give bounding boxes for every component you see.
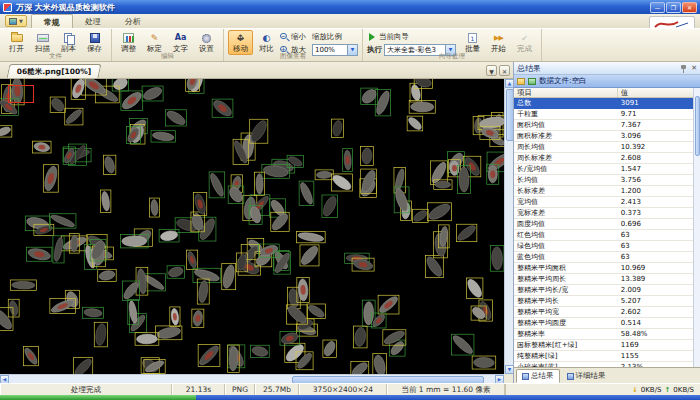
play-icon [367,31,377,43]
row-item-label: 总数 [514,98,618,108]
quick-access-button[interactable]: ▼ [5,15,27,27]
current-wizard-label: 当前向导 [379,32,409,42]
table-row[interactable]: 整精米平均面积10.969 [514,263,693,274]
row-item-label: 面积均值 [514,120,618,130]
network-status: ↓ 0KB/S ↑ 0KB/S [505,384,700,395]
tab-process[interactable]: 处理 [73,14,113,28]
table-row[interactable]: 整精米平均圆度0.514 [514,318,693,329]
open-folder-icon [10,32,24,44]
results-close-icon[interactable]: ✕ [691,64,697,72]
table-row[interactable]: 千粒重9.71 [514,109,693,120]
column-header-item: 项目 [514,88,618,97]
results-scrollbar[interactable] [693,88,700,367]
table-row[interactable]: 整精米平均宽2.602 [514,307,693,318]
tab-detailed-results[interactable]: 详细结果 [561,369,612,383]
upload-speed: 0KB/S [673,386,694,394]
table-row[interactable]: 纯整精米[绿]1155 [514,351,693,362]
row-item-label: 整精米平均长 [514,296,618,306]
selection-marker [8,85,34,103]
batch-sheet-icon: 1 [466,32,480,44]
row-item-value: 63 [618,253,693,261]
tab-analyze[interactable]: 分析 [113,14,153,28]
row-item-value: 10.969 [618,264,693,272]
row-item-label: 面积标准差 [514,131,618,141]
ribbon-tab-row: ▼ 常规 处理 分析 [0,14,700,28]
image-tab[interactable]: 06糙米.png[100%] [7,64,102,78]
zoom-ratio-label: 缩放比例 [312,32,342,42]
tab-total-results[interactable]: 总结果 [516,369,560,383]
start-icon: ▶▶ [492,32,506,44]
open-data-icon[interactable] [517,78,525,85]
row-item-value: 3.756 [618,176,693,184]
table-row[interactable]: 圆度均值0.696 [514,219,693,230]
rice-image-canvas[interactable] [0,79,504,374]
row-item-label: 千粒重 [514,109,618,119]
table-row[interactable]: 整精米率58.48% [514,329,693,340]
row-item-value: 1.200 [618,187,693,195]
app-icon [3,3,12,12]
row-item-label: 长/宽均值 [514,164,618,174]
gear-icon [200,32,214,44]
row-item-label: 整精米平均宽 [514,307,618,317]
rice-grains-image [0,79,504,374]
row-item-label: 整精米平均长/宽 [514,285,618,295]
row-item-label: 蓝色均值 [514,252,618,262]
table-row[interactable]: 面积标准差3.096 [514,131,693,142]
download-arrow-icon: ↓ [632,386,638,394]
table-row[interactable]: 长/宽均值1.547 [514,164,693,175]
viewer-tab-close-button[interactable]: ✕ [499,65,510,76]
download-speed: 0KB/S [641,386,662,394]
statusbar-cell: 3750×2400×24 [299,384,387,395]
table-row[interactable]: 面积均值7.367 [514,120,693,131]
viewer-tab-menu-button[interactable]: ▼ [486,65,497,76]
row-item-label: 整精米平均面积 [514,263,618,273]
table-row[interactable]: 整精米平均长5.207 [514,296,693,307]
table-row[interactable]: 周长均值10.392 [514,142,693,153]
column-header-value: 值 [618,88,693,97]
group-wizard: 当前向导 执行 大米全套-彩色3 ▼ 1 批量 ▶▶ 开始 ✔ [363,29,542,61]
export-data-icon[interactable] [528,78,536,85]
table-row[interactable]: 红色均值63 [514,230,693,241]
ribbon-toolbar: 打开 扫描 副本 保存 文件 调整 ✎ 标定 [0,28,700,62]
row-item-value: 2.608 [618,154,693,162]
results-scroll-thumb[interactable] [695,96,700,156]
table-row[interactable]: 绿色均值63 [514,241,693,252]
table-row[interactable]: 整精米平均长/宽2.009 [514,285,693,296]
group-label: 向导处理 [363,52,541,61]
minimize-button[interactable]: — [650,2,665,13]
zoom-out-button[interactable]: − 缩小 [280,32,306,42]
close-button[interactable]: ✕ [682,2,697,13]
results-panel-header: 总结果 ✕ [514,62,700,75]
window-title: 万深 大米外观品质检测软件 [16,2,649,13]
statusbar-cell: PNG [225,384,255,395]
tab-general[interactable]: 常规 [31,14,73,28]
row-item-value: 0.696 [618,220,693,228]
horizontal-scrollbar[interactable]: ◀ ▶ [0,374,504,383]
row-item-value: 0.373 [618,209,693,217]
table-row[interactable]: 宽均值2.413 [514,197,693,208]
row-item-value: 63 [618,231,693,239]
chevron-down-icon: ▼ [19,18,23,24]
table-row[interactable]: 宽标准差0.373 [514,208,693,219]
row-item-value: 3091 [618,99,693,107]
table-row[interactable]: 长标准差1.200 [514,186,693,197]
maximize-button[interactable]: ❐ [666,2,681,13]
statusbar-cell: 21.13s [172,384,225,395]
row-item-label: 宽均值 [514,197,618,207]
table-row[interactable]: 周长标准差2.608 [514,153,693,164]
datafile-label: 数据文件:空白 [539,76,587,86]
vertical-scrollbar[interactable]: ▲ ▼ [504,79,513,374]
statusbar-cell: 当前 1 mm = 11.60 像素 [387,384,505,395]
pin-icon[interactable] [680,64,687,73]
table-row[interactable]: 蓝色均值63 [514,252,693,263]
button-label: 缩小 [291,32,306,42]
row-item-value: 9.71 [618,110,693,118]
table-row[interactable]: 总数3091 [514,98,693,109]
table-row[interactable]: 国标整精米[红+绿]1169 [514,340,693,351]
row-item-label: 圆度均值 [514,219,618,229]
table-row[interactable]: 长均值3.756 [514,175,693,186]
viewer-tab-bar: 06糙米.png[100%] ▼ ✕ [0,62,513,79]
copy-icon [62,32,76,44]
row-item-value: 1169 [618,341,693,349]
table-row[interactable]: 整精米平均周长13.389 [514,274,693,285]
